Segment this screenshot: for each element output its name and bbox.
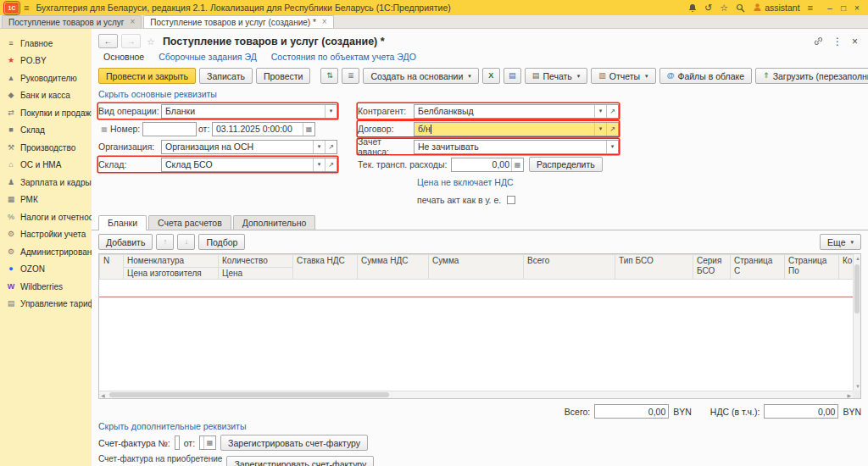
sidebar-item-administrirovanie[interactable]: ⚙Администрирование: [0, 243, 92, 261]
col-bso-type[interactable]: Тип БСО: [615, 255, 693, 280]
sidebar-item-pokupki-i-prodazhi[interactable]: ⇄Покупки и продажи: [0, 104, 92, 122]
scroll-thumb[interactable]: [109, 392, 389, 397]
tab-blanks[interactable]: Бланки: [98, 215, 147, 230]
col-n[interactable]: N: [100, 255, 124, 280]
tab-settlement-accounts[interactable]: Счета расчетов: [148, 215, 231, 230]
sidebar-item-glavnoe[interactable]: ≡Главное: [0, 35, 92, 53]
hide-additional-requisites-link[interactable]: Скрыть дополнительные реквизиты: [98, 421, 246, 431]
col-vat-sum[interactable]: Сумма НДС: [358, 255, 429, 280]
col-manufacturer-price[interactable]: Цена изготовителя: [124, 267, 219, 280]
chevron-down-icon[interactable]: [606, 141, 618, 153]
favorites-icon[interactable]: [720, 3, 728, 13]
more-actions-icon[interactable]: [832, 36, 843, 47]
hamburger-menu-icon[interactable]: [24, 3, 29, 13]
col-total[interactable]: Всего: [524, 255, 615, 280]
distribute-button[interactable]: Распределить: [529, 157, 603, 172]
sidebar-item-ozon[interactable]: ●OZON: [0, 261, 92, 279]
edo-button[interactable]: [504, 68, 521, 84]
sidebar-item-sklad[interactable]: ■Склад: [0, 122, 92, 140]
cloud-files-button[interactable]: Файлы в облаке: [659, 68, 752, 84]
document-structure-button[interactable]: [342, 68, 359, 84]
service-menu-icon[interactable]: [808, 3, 813, 13]
tab-close-icon[interactable]: [322, 18, 327, 26]
register-invoice-button[interactable]: Зарегистрировать счет-фактуру: [220, 435, 368, 451]
invoice-number-field[interactable]: [175, 435, 180, 450]
write-button[interactable]: Записать: [199, 68, 253, 84]
user-account-button[interactable]: assistant: [753, 3, 799, 14]
col-vat-rate[interactable]: Ставка НДС: [293, 255, 358, 280]
print-act-checkbox[interactable]: [507, 196, 515, 204]
number-settings-icon[interactable]: [98, 125, 110, 133]
excel-export-button[interactable]: [482, 68, 500, 84]
register-purchase-invoice-button[interactable]: Зарегистрировать счет-фактуру: [226, 456, 374, 466]
number-field[interactable]: [142, 122, 197, 136]
sidebar-item-po-by[interactable]: ★PO.BY: [0, 53, 92, 70]
calculator-icon[interactable]: [511, 158, 523, 171]
post-button[interactable]: Провести: [256, 68, 310, 84]
post-and-close-button[interactable]: Провести и закрыть: [98, 68, 196, 84]
app-logo-icon[interactable]: 1С: [5, 3, 19, 14]
tab-additional[interactable]: Дополнительно: [233, 215, 316, 230]
minimize-button[interactable]: [824, 3, 836, 13]
horizontal-scrollbar[interactable]: ◀ ▶: [99, 391, 853, 398]
chevron-down-icon[interactable]: [325, 105, 337, 118]
open-item-icon[interactable]: [325, 158, 337, 171]
close-window-button[interactable]: [851, 3, 863, 13]
col-price[interactable]: Цена: [219, 267, 293, 280]
contractor-field[interactable]: Белбланквыд: [414, 104, 619, 119]
total-field[interactable]: 0,00: [594, 404, 669, 419]
scroll-thumb[interactable]: [854, 264, 860, 313]
advance-offset-field[interactable]: Не зачитывать: [414, 140, 619, 154]
history-icon[interactable]: [704, 3, 712, 13]
scroll-up-icon[interactable]: ▲: [855, 256, 860, 261]
search-icon[interactable]: [736, 3, 745, 13]
chevron-down-icon[interactable]: [313, 141, 325, 153]
scroll-right-icon[interactable]: ▶: [847, 393, 851, 398]
organization-field[interactable]: Организация на ОСН: [161, 140, 337, 154]
warehouse-field[interactable]: Склад БСО: [161, 158, 337, 172]
close-form-icon[interactable]: [852, 36, 858, 47]
chevron-down-icon[interactable]: [594, 105, 606, 118]
get-link-icon[interactable]: [814, 36, 823, 46]
forward-button[interactable]: [121, 34, 141, 48]
sidebar-item-upravlenie-tarifom[interactable]: ▤Управление тарифом: [0, 296, 92, 313]
load-from-file-button[interactable]: Загрузить (перезаполнить) из файла: [755, 68, 868, 84]
notifications-bell-icon[interactable]: [688, 3, 697, 13]
chevron-down-icon[interactable]: [594, 123, 606, 136]
sidebar-item-wildberries[interactable]: WWildberries: [0, 278, 92, 296]
move-row-up-button[interactable]: [156, 234, 174, 250]
sidebar-item-zarplata-i-kadry[interactable]: ♟Зарплата и кадры: [0, 174, 92, 191]
sidebar-item-nastroyki-ucheta[interactable]: ⚙Настройки учета: [0, 226, 92, 244]
sidebar-item-nalogi-i-otchetnost[interactable]: %Налоги и отчетность: [0, 208, 92, 226]
date-field[interactable]: 03.11.2025 0:00:00: [212, 122, 315, 136]
sidebar-item-os-i-nma[interactable]: ⌂ОС и НМА: [0, 157, 92, 175]
add-row-button[interactable]: Добавить: [98, 234, 153, 250]
col-page-to[interactable]: Страница По: [785, 255, 839, 280]
vat-total-field[interactable]: 0,00: [764, 404, 838, 419]
transport-costs-field[interactable]: 0,00: [451, 158, 524, 172]
back-button[interactable]: [98, 34, 118, 48]
favorite-star-icon[interactable]: [147, 35, 155, 47]
nav-main[interactable]: Основное: [103, 52, 144, 62]
sidebar-item-proizvodstvo[interactable]: ⚒Производство: [0, 139, 92, 157]
calendar-icon[interactable]: [203, 436, 215, 449]
open-item-icon[interactable]: [606, 105, 618, 118]
sidebar-item-rmk[interactable]: ▦РМК: [0, 191, 92, 209]
document-tab-1[interactable]: Поступление товаров и услуг: [2, 15, 142, 28]
invoice-date-field[interactable]: [199, 435, 216, 450]
maximize-button[interactable]: [837, 3, 849, 13]
tab-close-icon[interactable]: [130, 18, 135, 26]
nav-assembly-tasks-link[interactable]: Сборочные задания ЭД: [159, 52, 257, 62]
pick-button[interactable]: Подбор: [198, 234, 245, 250]
contract-field[interactable]: б/н: [414, 122, 619, 136]
move-row-down-button[interactable]: [177, 234, 195, 250]
col-bso-series[interactable]: Серия БСО: [693, 255, 731, 280]
sidebar-item-rukovoditelyu[interactable]: ▲Руководителю: [0, 69, 92, 87]
hide-main-requisites-link[interactable]: Скрыть основные реквизиты: [98, 89, 217, 99]
col-quantity[interactable]: Количество: [219, 255, 293, 268]
nav-edo-states-link[interactable]: Состояния по объектам учета ЭДО: [271, 52, 416, 62]
grid-more-button[interactable]: Еще: [820, 234, 861, 250]
document-tab-2-active[interactable]: Поступление товаров и услуг (создание) *: [143, 15, 333, 28]
col-sum[interactable]: Сумма: [429, 255, 524, 280]
open-item-icon[interactable]: [606, 123, 618, 136]
